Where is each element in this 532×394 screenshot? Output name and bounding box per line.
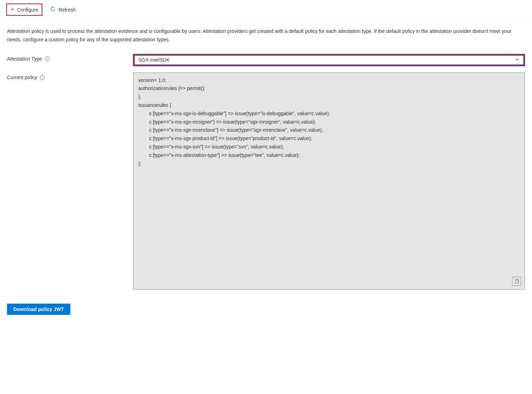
attestation-type-value: SGX-IntelSDK <box>138 57 169 63</box>
attestation-type-select-highlight: SGX-IntelSDK <box>133 54 525 66</box>
refresh-button[interactable]: Refresh <box>46 5 80 15</box>
current-policy-row: Current policy i version= 1.0; authoriza… <box>7 72 525 290</box>
copy-button[interactable] <box>512 277 521 286</box>
toolbar: + Configure Refresh <box>0 0 532 20</box>
download-policy-jwt-button[interactable]: Download policy JWT <box>7 304 70 315</box>
svg-rect-0 <box>516 280 518 283</box>
attestation-type-control: SGX-IntelSDK <box>133 54 525 66</box>
refresh-label: Refresh <box>58 7 76 13</box>
content-area: Attestation policy is used to process th… <box>0 20 532 323</box>
description-text: Attestation policy is used to process th… <box>7 27 525 44</box>
attestation-type-label: Attestation Type <box>7 56 42 62</box>
info-icon[interactable]: i <box>45 56 50 61</box>
policy-textbox: version= 1.0; authorizationrules {=> per… <box>133 72 525 290</box>
info-icon[interactable]: i <box>40 75 45 80</box>
policy-text: version= 1.0; authorizationrules {=> per… <box>138 77 330 166</box>
attestation-type-select[interactable]: SGX-IntelSDK <box>134 55 524 65</box>
attestation-type-row: Attestation Type i SGX-IntelSDK <box>7 54 525 66</box>
chevron-down-icon <box>515 57 520 63</box>
current-policy-label-wrap: Current policy i <box>7 72 133 80</box>
configure-button[interactable]: + Configure <box>6 4 42 16</box>
current-policy-control: version= 1.0; authorizationrules {=> per… <box>133 72 525 290</box>
refresh-icon <box>50 6 56 13</box>
plus-icon: + <box>10 6 14 13</box>
attestation-type-label-wrap: Attestation Type i <box>7 54 133 62</box>
current-policy-label: Current policy <box>7 75 37 80</box>
configure-label: Configure <box>17 7 38 13</box>
